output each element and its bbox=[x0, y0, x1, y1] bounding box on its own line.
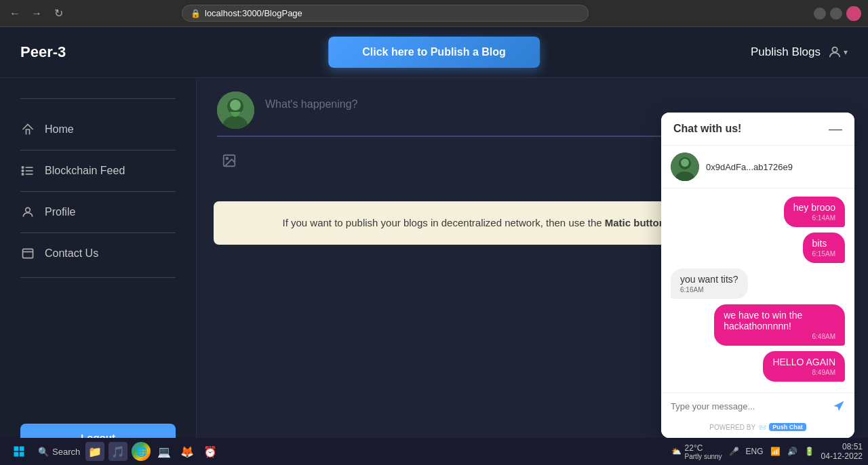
chat-input-area bbox=[661, 392, 854, 419]
taskbar: 🔍 Search 📁 🎵 🌐 💻 🦊 ⏰ ⛅ 22°C Partly sunny… bbox=[0, 438, 868, 465]
message-5: HELLO AGAIN 8:49AM bbox=[763, 351, 845, 382]
taskbar-app-icon[interactable]: 🎵 bbox=[108, 442, 127, 461]
browser-icons bbox=[814, 6, 861, 21]
chat-user-info: 0x9dAdFa...ab1726e9 bbox=[661, 146, 854, 188]
svg-point-6 bbox=[22, 174, 24, 176]
msg-text: HELLO AGAIN bbox=[772, 357, 835, 367]
home-icon bbox=[20, 122, 35, 137]
windows-icon bbox=[13, 445, 25, 458]
taskbar-search[interactable]: 🔍 Search bbox=[38, 447, 80, 457]
svg-rect-8 bbox=[23, 249, 33, 258]
image-upload-button[interactable] bbox=[217, 149, 241, 173]
chat-messages: hey brooo 6:14AM bits 6:15AM you want ti… bbox=[661, 188, 854, 392]
taskbar-right: ⛅ 22°C Partly sunny 🎤 ENG 📶 🔊 🔋 08:51 04… bbox=[671, 442, 863, 461]
browser-chrome: ← → ↻ 🔒 localhost:3000/BlogPage bbox=[0, 0, 868, 27]
date: 04-12-2022 bbox=[821, 451, 863, 461]
reload-button[interactable]: ↻ bbox=[50, 5, 66, 22]
battery-icon: 🔋 bbox=[804, 447, 814, 456]
weather-description: Partly sunny bbox=[685, 453, 722, 460]
info-matic-bold: Matic button bbox=[605, 217, 665, 228]
taskbar-file-icon[interactable]: 📁 bbox=[85, 442, 104, 461]
sidebar-item-profile[interactable]: Profile bbox=[20, 195, 176, 229]
nav-divider-2 bbox=[20, 191, 176, 192]
chat-user-address: 0x9dAdFa...ab1726e9 bbox=[706, 162, 793, 172]
chat-title: Chat with us! bbox=[673, 123, 741, 135]
system-tray: 🎤 bbox=[729, 447, 739, 456]
msg-text: you want tits? bbox=[680, 274, 738, 285]
message-1: hey brooo 6:14AM bbox=[784, 197, 845, 227]
app-logo: Peer-3 bbox=[20, 43, 156, 61]
volume-icon: 🔊 bbox=[787, 447, 797, 456]
back-button[interactable]: ← bbox=[7, 5, 23, 22]
svg-rect-21 bbox=[20, 447, 24, 451]
nav-divider-3 bbox=[20, 232, 176, 233]
msg-text: bits bbox=[812, 238, 827, 249]
language-indicator: ENG bbox=[746, 447, 764, 456]
publish-blog-button[interactable]: Click here to Publish a Blog bbox=[328, 37, 540, 68]
push-icon: 📨 bbox=[758, 424, 766, 431]
network-icon: 📶 bbox=[770, 447, 781, 456]
svg-point-19 bbox=[681, 159, 689, 167]
taskbar-clock-icon[interactable]: ⏰ bbox=[201, 442, 220, 461]
sidebar-bottom-divider bbox=[20, 277, 176, 278]
contact-icon bbox=[20, 246, 35, 261]
chat-message-input[interactable] bbox=[671, 401, 827, 411]
message-2: bits 6:15AM bbox=[803, 232, 845, 263]
sidebar-item-blockchain-feed[interactable]: Blockchain Feed bbox=[20, 154, 176, 188]
taskbar-vscode-icon[interactable]: 💻 bbox=[155, 442, 174, 461]
forward-button[interactable]: → bbox=[28, 5, 45, 22]
sidebar-item-home[interactable]: Home bbox=[20, 113, 176, 146]
svg-rect-23 bbox=[20, 452, 24, 457]
svg-rect-22 bbox=[14, 452, 19, 457]
svg-point-5 bbox=[22, 170, 24, 172]
weather-icon: ⛅ bbox=[671, 447, 682, 456]
msg-time: 6:14AM bbox=[793, 214, 835, 222]
datetime: 08:51 04-12-2022 bbox=[821, 442, 863, 461]
chat-send-button[interactable] bbox=[833, 400, 845, 412]
sidebar-top-divider bbox=[20, 98, 176, 99]
user-icon bbox=[827, 45, 842, 60]
browser-ext-1 bbox=[814, 7, 826, 20]
browser-user-icon bbox=[846, 6, 861, 21]
chat-header: Chat with us! — bbox=[661, 113, 854, 146]
weather-widget: ⛅ 22°C Partly sunny bbox=[671, 443, 722, 460]
chat-minimize-button[interactable]: — bbox=[829, 122, 842, 136]
msg-time: 6:48AM bbox=[724, 333, 835, 340]
header: Peer-3 Click here to Publish a Blog Publ… bbox=[0, 27, 868, 78]
url-bar[interactable]: 🔒 localhost:3000/BlogPage bbox=[182, 5, 589, 22]
taskbar-browser2-icon[interactable]: 🦊 bbox=[178, 442, 197, 461]
user-menu-button[interactable]: ▾ bbox=[827, 45, 848, 60]
msg-time: 6:15AM bbox=[812, 250, 835, 258]
svg-point-7 bbox=[26, 207, 31, 212]
chat-powered-by: POWERED BY 📨 Push Chat bbox=[661, 419, 854, 438]
taskbar-chrome-icon[interactable]: 🌐 bbox=[132, 442, 151, 461]
search-icon: 🔍 bbox=[38, 447, 49, 457]
svg-point-4 bbox=[22, 167, 24, 169]
sidebar: Home Blockchain Feed bbox=[0, 78, 197, 465]
powered-by-text: POWERED BY bbox=[709, 424, 755, 431]
publish-blogs-label: Publish Blogs bbox=[751, 45, 821, 59]
msg-time: 6:16AM bbox=[680, 286, 738, 294]
chat-widget: Chat with us! — 0x9dAdFa...ab1726e9 hey … bbox=[661, 113, 854, 438]
temperature: 22°C bbox=[685, 443, 722, 453]
list-icon bbox=[20, 163, 35, 178]
nav-divider-1 bbox=[20, 150, 176, 150]
sidebar-home-label: Home bbox=[45, 123, 74, 136]
svg-point-0 bbox=[832, 47, 837, 52]
chevron-down-icon: ▾ bbox=[844, 47, 848, 57]
time: 08:51 bbox=[821, 442, 863, 451]
message-3: you want tits? 6:16AM bbox=[671, 268, 748, 299]
header-right: Publish Blogs ▾ bbox=[751, 45, 848, 60]
msg-text: we have to win the hackathonnnnn! bbox=[724, 310, 802, 331]
windows-start-button[interactable] bbox=[5, 441, 33, 462]
send-icon bbox=[833, 400, 845, 412]
svg-point-13 bbox=[230, 100, 241, 110]
msg-text: hey brooo bbox=[793, 202, 835, 213]
sidebar-item-contact-us[interactable]: Contact Us bbox=[20, 237, 176, 270]
profile-icon bbox=[20, 205, 35, 220]
message-4: we have to win the hackathonnnnn! 6:48AM bbox=[714, 304, 845, 346]
image-icon bbox=[222, 153, 237, 168]
sidebar-profile-label: Profile bbox=[45, 206, 75, 218]
microphone-icon: 🎤 bbox=[729, 447, 739, 456]
search-label: Search bbox=[52, 447, 80, 457]
